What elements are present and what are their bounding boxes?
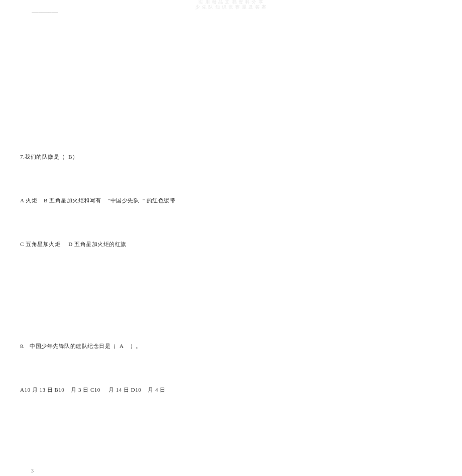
- question-8-options: A10 月 13 日 B10 月 3 日 C10 月 14 日 D10 月 4 …: [20, 386, 166, 394]
- watermark-text: 实 用 精 品 文 档 资 料 分 享 少 先 队 知 识 竞 赛 题 及 答 …: [195, 0, 267, 10]
- blank-underline: ________: [32, 7, 58, 13]
- question-8-stem: 8. 中国少年先锋队的建队纪念日是（ A ）。: [20, 342, 142, 350]
- question-7-stem: 7.我们的队徽是（ B）: [20, 153, 78, 161]
- watermark-line2: 少 先 队 知 识 竞 赛 题 及 答 案: [195, 5, 267, 10]
- question-7-options-row1: A 火炬 B 五角星加火炬和写有 "中国少先队 " 的红色缓带: [20, 197, 175, 204]
- page-number: 3: [31, 468, 34, 473]
- question-7-options-row2: C 五角星加火炬 D 五角星加火炬的红旗: [20, 241, 127, 248]
